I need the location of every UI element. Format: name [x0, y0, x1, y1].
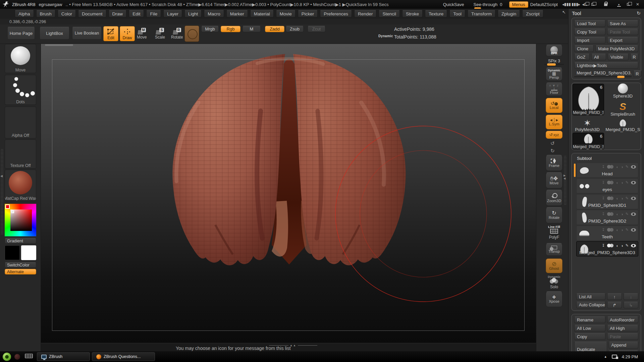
make-polymesh3d-button[interactable]: Make PolyMesh3D [595, 45, 638, 52]
menu-stroke[interactable]: Stroke [402, 10, 423, 17]
switchcolor-button[interactable]: SwitchColor [5, 262, 36, 268]
floor-button[interactable]: X Y Z ↓ Floor [546, 82, 562, 96]
subtool-row-head[interactable]: ↧◐◑✎ Head [576, 163, 638, 178]
color-cursor[interactable] [11, 210, 14, 213]
tool-thumb-sphere3d[interactable]: Sphere3D [607, 83, 638, 99]
texture-selector[interactable]: Texture Off [5, 139, 36, 169]
keyboard-icon[interactable] [25, 354, 32, 360]
layout-next-icon[interactable]: ▸ [590, 2, 598, 7]
scale-gyro-button[interactable]: S Scale [155, 28, 165, 40]
menu-stencil[interactable]: Stencil [379, 10, 400, 17]
copy-tool-button[interactable]: Copy Tool [574, 28, 605, 35]
all-low-button[interactable]: All Low [574, 325, 605, 331]
m-button[interactable]: M [243, 26, 261, 32]
alternate-button[interactable]: Alternate [5, 269, 36, 275]
right-tray-arrows[interactable]: ▶◀ [564, 174, 566, 180]
goz-r-button[interactable]: R [630, 54, 638, 60]
clone-button[interactable]: Clone [574, 45, 594, 52]
visibility-eye-icon[interactable] [631, 165, 636, 169]
restore-button[interactable] [625, 2, 632, 7]
all-high-button[interactable]: All High [607, 325, 638, 331]
spin-z-icon[interactable]: ↻ [550, 148, 555, 154]
lightbox-tools-button[interactable]: Lightbox▶Tools [574, 62, 638, 69]
canvas-hscroll-thumb[interactable] [45, 44, 73, 46]
tool-reset-icon[interactable]: ↻ [637, 10, 641, 16]
lsym-button[interactable]: ◄┆► L.Sym [546, 115, 562, 129]
visibility-eye-icon[interactable] [631, 213, 636, 216]
menu-macro[interactable]: Macro [204, 10, 224, 17]
tool-thumb-polymesh3d[interactable]: ✶ PolyMesh3D [572, 118, 603, 132]
move-down-hierarchy-button[interactable]: ↳ [624, 302, 638, 308]
mrgb-button[interactable]: Mrgb [201, 26, 219, 32]
zoom3d-button[interactable]: Zoom3D [546, 190, 562, 206]
stroke-type-button[interactable] [184, 25, 199, 42]
export-button[interactable]: Export [607, 37, 638, 44]
spix-knob[interactable] [547, 63, 556, 66]
gradient-button[interactable]: Gradient [5, 238, 36, 244]
tool-thumb-simplebrush[interactable]: S SimpleBrush [607, 100, 638, 117]
zadd-button[interactable]: Zadd [265, 26, 284, 32]
subtool-row-merged-selected[interactable]: ↧◐◑✎ Merged_PM3D_Sphere3D3 [576, 241, 638, 256]
pressure-left-icon[interactable]: ◂▮▮▮ [562, 2, 570, 7]
taskbar-task-zbrush[interactable]: ZBrush [37, 352, 90, 361]
current-color-swatch[interactable] [5, 204, 10, 209]
tray-app-icon[interactable] [14, 354, 20, 360]
load-tool-button[interactable]: Load Tool [574, 20, 605, 27]
move-up-hierarchy-button[interactable]: ↱ [607, 302, 622, 308]
copy-subtool-button[interactable]: Copy [574, 333, 605, 340]
paste-tool-button[interactable]: Paste Tool [607, 28, 638, 35]
menu-file[interactable]: File [146, 10, 161, 17]
visibility-eye-icon[interactable] [631, 244, 636, 247]
autoreorder-button[interactable]: AutoReorder [607, 316, 638, 323]
active-tool-knob[interactable] [617, 76, 625, 78]
subtool-row-teeth[interactable]: ↧◐◑✎ Teeth [576, 226, 638, 241]
menu-texture[interactable]: Texture [425, 10, 447, 17]
left-tray-divider[interactable] [1, 149, 3, 235]
tray-expand-icon[interactable]: ▲ [604, 355, 607, 358]
spix-slider[interactable]: SPix 3 [544, 59, 564, 65]
list-all-button[interactable]: List All [576, 293, 605, 300]
visibility-eye-icon[interactable] [631, 181, 636, 184]
subtool-row-eyes[interactable]: ↧◐◑✎ eyes [576, 178, 638, 193]
tool-thumb-selected[interactable]: 6 Merged_PM3D_S [573, 84, 604, 115]
menu-color[interactable]: Color [58, 10, 76, 17]
lock-icon[interactable] [602, 2, 609, 7]
goz-all-button[interactable]: All [591, 54, 606, 60]
material-selector[interactable]: MatCap Red Wax [5, 170, 36, 201]
paste-subtool-button[interactable]: Paste [607, 333, 638, 340]
polyframe-button[interactable]: Line Fill PolyF [546, 225, 562, 240]
alpha-selector[interactable]: Alpha Off [5, 107, 36, 138]
menu-tool[interactable]: Tool [449, 10, 465, 17]
see-through-slider[interactable]: See-through 0 [474, 2, 502, 7]
goz-button[interactable]: GoZ [574, 54, 590, 60]
solo-button[interactable]: Dynamic Solo [546, 275, 562, 289]
taskbar-task-questions[interactable]: ZBrush Questions... [92, 352, 155, 361]
local-button[interactable]: ↺ Local [546, 98, 562, 113]
subtool-row-sphere1[interactable]: ↧◐◑✎ PM3D_Sphere3D1 [576, 194, 638, 209]
pressure-right-icon[interactable]: ▮▮▮▸ [572, 2, 579, 7]
minimize-button[interactable]: ▾ [615, 2, 623, 7]
home-page-button[interactable]: Home Page [7, 27, 35, 40]
goz-visible-button[interactable]: Visible [608, 54, 629, 60]
menu-draw[interactable]: Draw [109, 10, 127, 17]
dynamic-mode-label[interactable]: Dynamic [378, 34, 393, 38]
draw-button[interactable]: Draw [120, 26, 135, 41]
tool-r-button[interactable]: R [633, 70, 641, 77]
menu-marker[interactable]: Marker [226, 10, 248, 17]
right-tray-divider[interactable] [564, 156, 567, 205]
menu-zscript[interactable]: Zscript [522, 10, 543, 17]
menu-material[interactable]: Material [250, 10, 274, 17]
tool-palette-header[interactable]: Tool ↻ [569, 9, 644, 17]
start-button[interactable] [3, 353, 11, 361]
menu-edit[interactable]: Edit [129, 10, 144, 17]
primary-color-swatch[interactable] [5, 245, 20, 260]
menu-brush[interactable]: Brush [36, 10, 55, 17]
menu-preferences[interactable]: Preferences [320, 10, 352, 17]
edit-button[interactable]: Edit [103, 26, 118, 41]
tool-thumb-merged3[interactable]: 6 Merged_PM3D_S [573, 133, 604, 149]
brush-selector[interactable]: Move [5, 44, 36, 73]
panel-collapse-arrow-icon[interactable]: ↖ [562, 10, 566, 15]
menus-button[interactable]: Menus [509, 1, 528, 8]
close-button[interactable]: ✕ [634, 2, 641, 7]
spin-y-icon[interactable]: ↺ [550, 140, 555, 146]
